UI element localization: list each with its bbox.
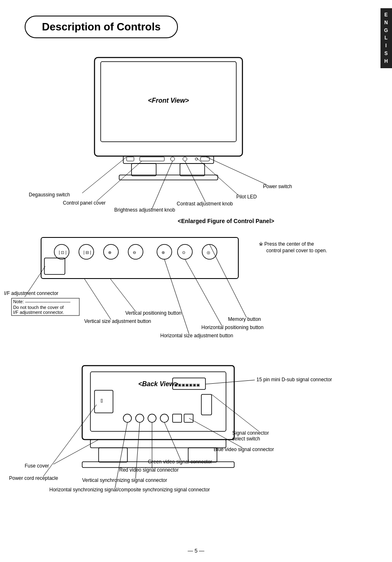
enlarged-figure-title: <Enlarged Figure of Control Panel>	[0, 218, 370, 224]
svg-rect-71	[184, 414, 193, 422]
svg-text:I/F adjustment connector: I/F adjustment connector	[4, 290, 58, 296]
svg-text:Vertical synchronizing signal : Vertical synchronizing signal connector	[82, 477, 167, 483]
svg-text:Horizontal synchronizing signa: Horizontal synchronizing signal/composit…	[49, 487, 210, 493]
side-tab-g: G	[384, 27, 388, 34]
svg-text:Blue video signal connector: Blue video signal connector	[214, 447, 274, 452]
svg-line-77	[205, 380, 255, 384]
svg-text:| ⊡ |: | ⊡ |	[59, 250, 67, 255]
svg-text:Red video signal connector: Red video signal connector	[119, 467, 179, 473]
svg-text:<Back View>: <Back View>	[138, 380, 178, 387]
svg-text:Degaussing switch: Degaussing switch	[29, 192, 70, 198]
svg-point-66	[123, 414, 131, 422]
svg-line-19	[185, 161, 205, 202]
svg-text:Memory button: Memory button	[228, 316, 261, 322]
svg-text:Note: ——————————: Note: ——————————	[13, 299, 70, 304]
svg-rect-0	[95, 58, 242, 156]
svg-text:Vertical size adjustment butto: Vertical size adjustment button	[84, 318, 151, 324]
svg-text:control panel cover to open.: control panel cover to open.	[266, 248, 327, 253]
side-tab-i: I	[385, 42, 387, 49]
svg-line-55	[210, 244, 247, 318]
svg-text:Horizontal size adjustment but: Horizontal size adjustment button	[160, 333, 233, 339]
svg-text:<Front View>: <Front View>	[148, 97, 189, 104]
side-tab-n: N	[384, 19, 388, 26]
svg-line-23	[206, 157, 267, 185]
svg-point-11	[195, 158, 198, 160]
svg-line-17	[152, 161, 173, 209]
side-tab-l: L	[385, 35, 388, 41]
svg-line-47	[84, 279, 111, 320]
svg-text:⊛: ⊛	[161, 250, 165, 255]
svg-text:Brightness adjustment knob: Brightness adjustment knob	[114, 207, 175, 213]
svg-text:Power switch: Power switch	[263, 184, 292, 189]
svg-text:Pilot LED: Pilot LED	[236, 194, 257, 200]
svg-rect-40	[44, 258, 65, 274]
svg-text:15 pin mini D-sub signal conne: 15 pin mini D-sub signal connector	[256, 377, 332, 382]
svg-rect-64	[95, 390, 113, 413]
page-number: — 5 —	[188, 548, 204, 554]
svg-text:Power cord receptacle: Power cord receptacle	[9, 475, 58, 481]
side-tab-s: S	[384, 50, 388, 57]
svg-line-92	[53, 440, 99, 464]
svg-text:⊕: ⊕	[108, 250, 111, 255]
svg-line-49	[110, 279, 136, 311]
side-tab: E N G L I S H	[380, 8, 392, 68]
svg-line-51	[164, 259, 189, 334]
svg-line-15	[97, 161, 142, 201]
svg-text:Do not touch the cover of: Do not touch the cover of	[13, 305, 64, 310]
svg-point-67	[136, 414, 144, 422]
svg-text:select switch: select switch	[232, 436, 260, 442]
svg-point-10	[183, 157, 187, 161]
enlarged-figure-diagram: | ⊡ | | ⊟ | ⊕ ⊖ ⊛ ⊙ ◎ Note: —————————— D…	[0, 225, 378, 365]
svg-text:Signal connector: Signal connector	[232, 430, 269, 436]
svg-line-94	[43, 405, 97, 477]
svg-text:⊖: ⊖	[133, 250, 136, 255]
svg-text:I/F adjustment connector.: I/F adjustment connector.	[13, 310, 64, 315]
svg-text:Horizontal positioning button: Horizontal positioning button	[201, 325, 263, 330]
svg-point-69	[160, 414, 168, 422]
front-view-diagram: <Front View> Degaussing switch Control p…	[25, 53, 378, 214]
side-tab-h: H	[384, 58, 388, 65]
svg-rect-7	[127, 157, 134, 161]
svg-rect-4	[131, 164, 156, 176]
svg-text:| ⊟ |: | ⊟ |	[83, 250, 91, 255]
svg-point-68	[148, 414, 156, 422]
svg-text:▣▣▣▣▣▣▣: ▣▣▣▣▣▣▣	[174, 383, 200, 387]
svg-text:※  Press the center of the: ※ Press the center of the	[259, 241, 314, 247]
svg-text:Contrast adjustment knob: Contrast adjustment knob	[177, 201, 233, 207]
svg-rect-8	[140, 157, 164, 161]
svg-text:Green video signal connector: Green video signal connector	[148, 459, 212, 465]
svg-rect-12	[201, 157, 210, 161]
page-title: Description of Controls	[25, 16, 178, 38]
svg-rect-72	[201, 394, 212, 415]
svg-text:Control panel cover: Control panel cover	[63, 200, 106, 206]
svg-line-79	[212, 394, 259, 431]
svg-text:◎: ◎	[207, 250, 210, 255]
svg-rect-5	[180, 164, 205, 176]
svg-text:Fuse cover: Fuse cover	[25, 463, 49, 469]
svg-line-84	[164, 422, 181, 460]
svg-rect-74	[99, 448, 127, 462]
svg-line-53	[185, 259, 222, 326]
svg-point-9	[171, 157, 175, 161]
svg-text:Vertical positioning button: Vertical positioning button	[125, 310, 182, 316]
svg-text:⊙: ⊙	[182, 250, 185, 255]
side-tab-e: E	[384, 12, 388, 18]
svg-text:[]: []	[101, 398, 103, 403]
svg-rect-73	[90, 440, 226, 448]
back-view-diagram: <Back View> ▣▣▣▣▣▣▣ [] 15 pin mini D-sub…	[0, 357, 386, 546]
svg-rect-3	[123, 156, 214, 164]
svg-line-21	[196, 158, 238, 195]
svg-rect-70	[173, 414, 182, 422]
